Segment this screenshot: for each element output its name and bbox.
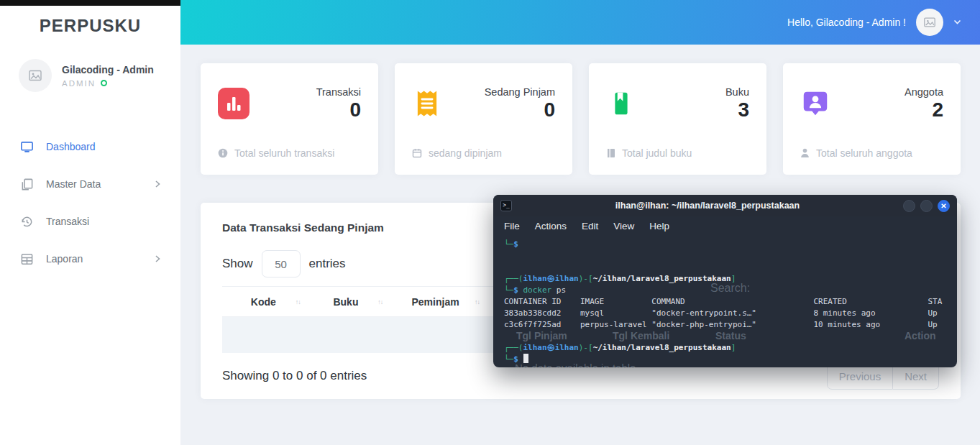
card-footer: Total seluruh transaksi (218, 147, 334, 159)
menu-view[interactable]: View (613, 221, 634, 231)
image-placeholder-icon (28, 68, 42, 83)
person-icon (800, 148, 810, 158)
greeting-text: Hello, Gilacoding - Admin ! (787, 17, 906, 28)
menu-actions[interactable]: Actions (535, 221, 567, 231)
card-transaksi: Transaksi 0 Total seluruh transaksi (201, 63, 378, 175)
sort-icon: ↑↓ (377, 298, 383, 306)
card-footer: sedang dipinjam (412, 147, 502, 159)
minimize-button[interactable] (903, 200, 915, 212)
calendar-icon (412, 148, 422, 158)
receipt-icon (412, 88, 442, 119)
sidebar-item-master-data[interactable]: Master Data (0, 165, 180, 203)
card-title: Buku (725, 86, 749, 98)
chevron-right-icon (155, 254, 161, 263)
card-buku: Buku 3 Total judul buku (589, 63, 766, 175)
book-small-icon (606, 148, 615, 158)
card-value: 0 (485, 99, 555, 121)
menu-help[interactable]: Help (649, 221, 669, 231)
user-avatar (19, 59, 52, 92)
sort-icon: ↑↓ (296, 298, 301, 306)
chevron-right-icon (155, 180, 161, 188)
terminal-command-line: └─$ docker ps (504, 285, 946, 296)
copy-icon (19, 178, 34, 191)
menu-file[interactable]: File (504, 221, 520, 231)
sidebar-item-transaksi[interactable]: Transaksi (0, 203, 180, 240)
info-circle-icon (218, 148, 228, 158)
terminal-cursor (523, 354, 528, 363)
terminal-title: ilhan@ilhan: ~/ilhan/laravel8_perpustaka… (512, 201, 903, 211)
online-status-icon (101, 80, 107, 86)
close-button[interactable]: ✕ (938, 200, 950, 212)
terminal-app-icon: >_ (500, 200, 512, 211)
sidebar-item-dashboard[interactable]: Dashboard (0, 128, 180, 165)
sidebar-user-block: Gilacoding - Admin ADMIN (0, 59, 180, 92)
terminal-prompt-line: ┌──(ilhan㉿ilhan)-[~/ilhan/laravel8_perpu… (504, 342, 946, 354)
topbar: Hello, Gilacoding - Admin ! (180, 0, 980, 45)
table-icon (19, 252, 34, 266)
terminal-body[interactable]: Search: Tgl Pinjam Tgl Kembali Status Ac… (493, 235, 957, 367)
stats-cards-row: Transaksi 0 Total seluruh transaksi Seda… (201, 63, 961, 175)
sidebar-menu: Dashboard Master Data Transaksi Laporan (0, 128, 180, 277)
card-value: 2 (905, 99, 943, 121)
column-header-kode[interactable]: Kode↑↓ (222, 287, 305, 317)
page-length-control: Show 50 entries (222, 250, 346, 277)
terminal-prompt-line: ┌──(ilhan㉿ilhan)-[~/ilhan/laravel8_perpu… (504, 273, 946, 285)
chevron-down-icon[interactable] (953, 19, 961, 25)
table-info: Showing 0 to 0 of 0 entries (222, 369, 367, 383)
sort-icon: ↑↓ (475, 298, 480, 306)
menu-edit[interactable]: Edit (582, 221, 598, 231)
profile-dropdown[interactable] (916, 9, 943, 36)
column-header-buku[interactable]: Buku↑↓ (305, 287, 388, 317)
terminal-cursor-line: └─$ (504, 354, 946, 365)
sidebar: PERPUSKU Gilacoding - Admin ADMIN Dashbo… (0, 0, 180, 445)
docker-ps-row: c3c6f7f725ad perpus-laravel "docker-php-… (504, 319, 946, 331)
terminal-window[interactable]: >_ ilhan@ilhan: ~/ilhan/laravel8_perpust… (493, 195, 957, 367)
user-role: ADMIN (62, 79, 154, 88)
history-icon (19, 215, 34, 229)
user-name: Gilacoding - Admin (62, 64, 154, 75)
docker-ps-row: 383ab338cdd2 mysql "docker-entrypoint.s…… (504, 308, 946, 319)
member-icon (800, 88, 830, 119)
card-anggota: Anggota 2 Total seluruh anggota (783, 63, 961, 175)
card-value: 3 (725, 99, 749, 121)
card-title: Sedang Pinjam (485, 86, 555, 98)
terminal-line: └─$ (504, 239, 946, 250)
terminal-menubar: File Actions Edit View Help (493, 216, 957, 235)
docker-ps-header: CONTAINER ID IMAGE COMMAND CREATED STA (504, 296, 946, 308)
brand-logo: PERPUSKU (0, 16, 180, 36)
column-header-peminjam[interactable]: Peminjam↑↓ (387, 287, 484, 317)
sidebar-item-laporan[interactable]: Laporan (0, 240, 180, 277)
card-value: 0 (316, 99, 361, 121)
bar-chart-icon (218, 88, 249, 119)
card-footer: Total seluruh anggota (800, 147, 912, 159)
maximize-button[interactable] (920, 200, 933, 212)
window-top-strip (0, 0, 180, 6)
card-footer: Total judul buku (606, 147, 692, 159)
book-icon (606, 88, 636, 119)
card-sedang-pinjam: Sedang Pinjam 0 sedang dipinjam (395, 63, 572, 175)
monitor-icon (19, 140, 34, 154)
page-size-select[interactable]: 50 (262, 250, 301, 277)
terminal-titlebar[interactable]: >_ ilhan@ilhan: ~/ilhan/laravel8_perpust… (493, 195, 957, 216)
card-title: Transaksi (316, 86, 361, 98)
image-placeholder-icon (923, 16, 936, 29)
card-title: Anggota (905, 86, 943, 98)
